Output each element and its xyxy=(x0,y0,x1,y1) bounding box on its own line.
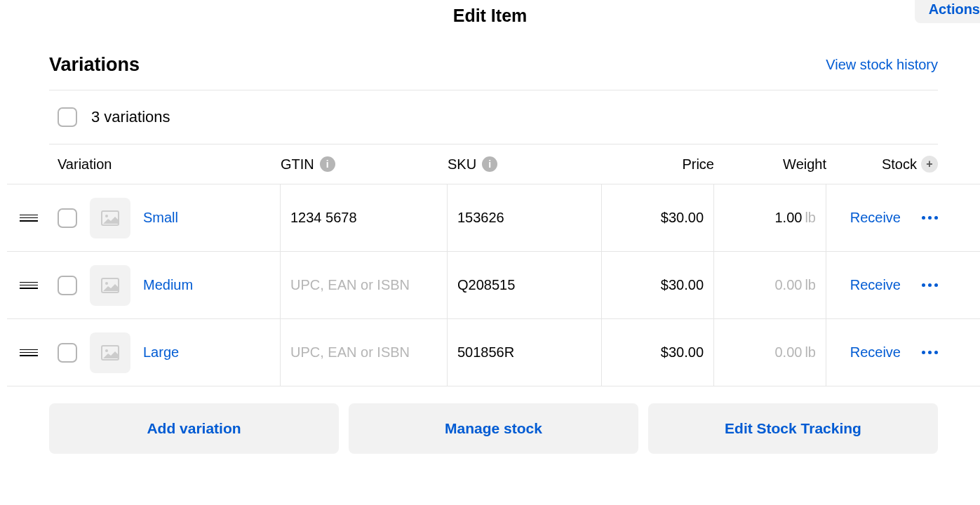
svg-point-3 xyxy=(105,282,108,285)
col-gtin: GTIN i xyxy=(281,156,448,173)
table-row: Small1234 5678153626$30.001.00lbReceive xyxy=(7,184,980,252)
gtin-placeholder[interactable]: UPC, EAN or ISBN xyxy=(290,277,410,293)
weight-cell[interactable]: 0.00lb xyxy=(714,319,826,386)
svg-point-5 xyxy=(105,349,108,352)
weight-unit: lb xyxy=(805,277,816,293)
sku-value[interactable]: 501856R xyxy=(457,344,514,361)
gtin-placeholder[interactable]: UPC, EAN or ISBN xyxy=(290,344,410,361)
drag-handle-icon[interactable] xyxy=(7,349,42,356)
more-icon[interactable] xyxy=(922,278,938,292)
col-variation: Variation xyxy=(58,156,281,173)
sku-value[interactable]: 153626 xyxy=(457,210,504,226)
col-sku-label: SKU xyxy=(448,156,476,173)
receive-link[interactable]: Receive xyxy=(850,277,901,293)
col-weight: Weight xyxy=(714,156,826,173)
variation-name-link[interactable]: Small xyxy=(143,210,178,226)
sku-cell[interactable]: 501856R xyxy=(448,319,602,386)
image-thumbnail[interactable] xyxy=(90,198,130,238)
drag-handle-icon[interactable] xyxy=(7,282,42,289)
page-title: Edit Item xyxy=(0,0,980,33)
sku-cell[interactable]: Q208515 xyxy=(448,252,602,319)
table-row: MediumUPC, EAN or ISBNQ208515$30.000.00l… xyxy=(7,252,980,319)
add-variation-button[interactable]: Add variation xyxy=(49,403,339,454)
edit-stock-tracking-button[interactable]: Edit Stock Tracking xyxy=(648,403,938,454)
image-thumbnail[interactable] xyxy=(90,265,130,306)
weight-value[interactable]: 0.00 xyxy=(774,344,802,361)
variation-name-link[interactable]: Medium xyxy=(143,277,193,293)
price-cell[interactable]: $30.00 xyxy=(602,184,714,252)
col-stock-label: Stock xyxy=(882,156,917,173)
price-cell[interactable]: $30.00 xyxy=(602,252,714,319)
col-gtin-label: GTIN xyxy=(281,156,314,173)
gtin-cell[interactable]: UPC, EAN or ISBN xyxy=(281,252,448,319)
weight-value[interactable]: 0.00 xyxy=(774,277,802,293)
variation-count-label: 3 variations xyxy=(91,108,170,126)
manage-stock-button[interactable]: Manage stock xyxy=(349,403,638,454)
drag-handle-icon[interactable] xyxy=(7,215,42,222)
weight-cell[interactable]: 0.00lb xyxy=(714,252,826,319)
price-cell[interactable]: $30.00 xyxy=(602,319,714,386)
price-value[interactable]: $30.00 xyxy=(661,277,704,293)
price-value[interactable]: $30.00 xyxy=(661,344,704,361)
add-stock-column-icon[interactable]: + xyxy=(921,156,938,173)
more-icon[interactable] xyxy=(922,210,938,225)
select-all-checkbox[interactable] xyxy=(58,107,77,127)
weight-value[interactable]: 1.00 xyxy=(774,210,802,226)
col-price: Price xyxy=(602,156,714,173)
more-icon[interactable] xyxy=(922,345,938,360)
gtin-value[interactable]: 1234 5678 xyxy=(290,210,357,226)
sku-value[interactable]: Q208515 xyxy=(457,277,515,293)
select-all-row: 3 variations xyxy=(7,90,980,144)
receive-link[interactable]: Receive xyxy=(850,344,901,361)
row-checkbox[interactable] xyxy=(58,343,77,363)
svg-point-1 xyxy=(105,215,108,217)
weight-cell[interactable]: 1.00lb xyxy=(714,184,826,252)
receive-link[interactable]: Receive xyxy=(850,210,901,226)
row-checkbox[interactable] xyxy=(58,276,77,295)
sku-cell[interactable]: 153626 xyxy=(448,184,602,252)
col-stock: Stock + xyxy=(826,156,938,173)
view-stock-history-link[interactable]: View stock history xyxy=(826,57,938,73)
info-icon[interactable]: i xyxy=(320,156,335,172)
info-icon[interactable]: i xyxy=(482,156,497,172)
image-thumbnail[interactable] xyxy=(90,332,130,373)
col-sku: SKU i xyxy=(448,156,602,173)
price-value[interactable]: $30.00 xyxy=(661,210,704,226)
variation-name-link[interactable]: Large xyxy=(143,344,179,361)
gtin-cell[interactable]: UPC, EAN or ISBN xyxy=(281,319,448,386)
weight-unit: lb xyxy=(805,210,816,226)
table-header: Variation GTIN i SKU i Price Weight Stoc… xyxy=(7,144,980,184)
section-title: Variations xyxy=(49,54,140,76)
gtin-cell[interactable]: 1234 5678 xyxy=(281,184,448,252)
footer-buttons: Add variation Manage stock Edit Stock Tr… xyxy=(7,386,980,454)
table-row: LargeUPC, EAN or ISBN501856R$30.000.00lb… xyxy=(7,319,980,386)
row-checkbox[interactable] xyxy=(58,208,77,228)
actions-button[interactable]: Actions xyxy=(915,0,980,23)
weight-unit: lb xyxy=(805,344,816,361)
